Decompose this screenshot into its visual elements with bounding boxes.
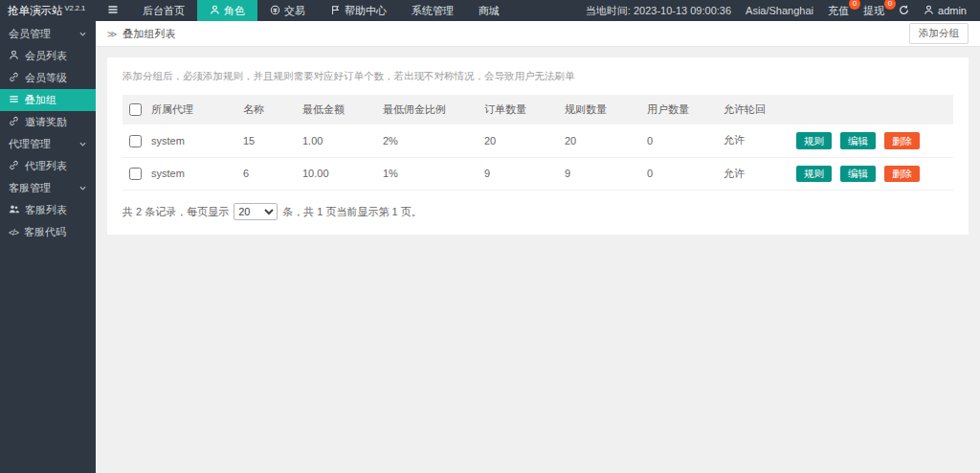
nav-label: 商城 xyxy=(479,4,500,18)
col-header-user-count: 用户数量 xyxy=(643,95,720,124)
breadcrumb-marker-icon: ≫ xyxy=(107,29,117,39)
select-all-checkbox[interactable] xyxy=(129,103,142,116)
page-title: 叠加组列表 xyxy=(122,27,175,41)
nav-item-help-center[interactable]: 帮助中心 xyxy=(318,0,399,21)
sidebar: 会员管理 会员列表 会员等级 叠加组 xyxy=(0,21,96,473)
app-window: 抢单演示站V2.2.1 后台首页 角色 交易 xyxy=(0,0,980,473)
brand-version: V2.2.1 xyxy=(65,4,86,12)
sidebar-item-member-level[interactable]: 会员等级 xyxy=(0,67,96,89)
sidebar-item-label: 叠加组 xyxy=(25,93,56,107)
cell-min-amount: 10.00 xyxy=(299,157,379,191)
nav-label: 后台首页 xyxy=(143,4,185,18)
sidebar-toggle-button[interactable] xyxy=(96,0,130,21)
col-header-allow-loop: 允许轮回 xyxy=(720,95,792,124)
timezone: Asia/Shanghai xyxy=(746,5,813,16)
notice-text: 添加分组后，必须添加规则，并且规则需要对应好订单个数，若出现不对称情况，会导致用… xyxy=(122,70,953,83)
sidebar-item-agent-list[interactable]: 代理列表 xyxy=(0,155,96,177)
nav-item-trade[interactable]: 交易 xyxy=(257,0,318,21)
sidebar-section-member-management[interactable]: 会员管理 xyxy=(0,23,96,45)
link-icon xyxy=(9,160,19,172)
page-size-select[interactable]: 20 xyxy=(234,203,278,220)
link-icon xyxy=(9,72,19,84)
delete-button[interactable]: 删除 xyxy=(884,166,920,183)
cell-name: 15 xyxy=(239,124,299,157)
sidebar-item-label: 会员等级 xyxy=(25,71,67,85)
delete-button[interactable]: 删除 xyxy=(884,132,920,149)
sidebar-item-member-list[interactable]: 会员列表 xyxy=(0,45,96,67)
person-icon xyxy=(9,50,19,62)
recharge-link[interactable]: 充值 0 xyxy=(828,4,849,18)
sidebar-item-label: 客服列表 xyxy=(25,203,67,217)
code-icon: </> xyxy=(9,228,18,237)
col-header-name: 名称 xyxy=(239,95,299,124)
breadcrumb-bar: ≫ 叠加组列表 添加分组 xyxy=(96,21,980,47)
edit-button[interactable]: 编辑 xyxy=(840,166,876,183)
pagination-suffix: 条，共 1 页当前显示第 1 页。 xyxy=(282,205,421,219)
table-header-row: 所属代理 名称 最低金额 最低佣金比例 订单数量 规则数量 用户数量 允许轮回 xyxy=(122,95,953,124)
sidebar-item-service-list[interactable]: 客服列表 xyxy=(0,199,96,221)
brand: 抢单演示站V2.2.1 xyxy=(0,0,96,21)
cell-rule-count: 20 xyxy=(561,124,643,157)
sidebar-item-invite-reward[interactable]: 邀请奖励 xyxy=(0,111,96,133)
brand-title: 抢单演示站 xyxy=(8,4,63,18)
withdraw-link[interactable]: 提现 0 xyxy=(863,4,884,18)
sidebar-section-agent-management[interactable]: 代理管理 xyxy=(0,133,96,155)
cell-min-commission: 1% xyxy=(379,157,480,191)
rule-button[interactable]: 规则 xyxy=(796,132,832,149)
withdraw-label: 提现 xyxy=(863,5,884,16)
sidebar-item-label: 客服代码 xyxy=(24,225,66,239)
table-row: system 6 10.00 1% 9 9 0 允许 规则 编辑 xyxy=(122,157,953,191)
nav-label: 帮助中心 xyxy=(345,4,387,18)
nav-item-dashboard[interactable]: 后台首页 xyxy=(130,0,197,21)
chevron-down-icon xyxy=(78,183,87,194)
nav-label: 系统管理 xyxy=(412,4,454,18)
cell-user-count: 0 xyxy=(643,157,720,191)
sidebar-item-label: 代理列表 xyxy=(25,159,67,173)
cell-actions: 规则 编辑 删除 xyxy=(792,124,953,157)
list-icon xyxy=(9,94,19,106)
topbar: 抢单演示站V2.2.1 后台首页 角色 交易 xyxy=(0,0,980,21)
hamburger-icon xyxy=(107,4,119,17)
person-icon xyxy=(210,5,220,17)
refresh-button[interactable] xyxy=(899,5,909,17)
chevron-down-icon xyxy=(78,29,87,40)
nav-item-roles[interactable]: 角色 xyxy=(197,0,257,21)
sidebar-item-label: 邀请奖励 xyxy=(25,115,67,129)
pagination: 共 2 条记录，每页显示 20 条，共 1 页当前显示第 1 页。 xyxy=(122,203,953,220)
withdraw-badge: 0 xyxy=(884,0,896,10)
cell-allow-loop: 允许 xyxy=(720,124,792,157)
cell-agent: system xyxy=(147,124,239,157)
user-icon xyxy=(924,5,934,17)
current-time: 当地时间: 2023-10-13 09:00:36 xyxy=(586,4,731,18)
cell-rule-count: 9 xyxy=(561,157,643,191)
col-header-actions xyxy=(792,95,953,124)
refresh-icon xyxy=(899,5,909,17)
nav-item-mall[interactable]: 商城 xyxy=(466,0,512,21)
sidebar-item-stack-group[interactable]: 叠加组 xyxy=(0,89,96,111)
sidebar-section-label: 客服管理 xyxy=(9,181,51,195)
cell-user-count: 0 xyxy=(643,124,720,157)
sidebar-section-service-management[interactable]: 客服管理 xyxy=(0,177,96,199)
flag-icon xyxy=(330,5,341,17)
add-group-button[interactable]: 添加分组 xyxy=(909,23,969,44)
link-icon xyxy=(9,116,19,128)
cell-allow-loop: 允许 xyxy=(720,157,792,191)
sidebar-item-service-code[interactable]: </> 客服代码 xyxy=(0,221,96,243)
user-menu[interactable]: admin xyxy=(924,5,967,17)
edit-button[interactable]: 编辑 xyxy=(840,132,876,149)
cell-order-count: 9 xyxy=(480,157,561,191)
pagination-prefix: 共 2 条记录，每页显示 xyxy=(122,205,229,219)
col-header-agent: 所属代理 xyxy=(147,95,239,124)
recharge-label: 充值 xyxy=(828,5,849,16)
row-checkbox[interactable] xyxy=(129,168,142,180)
list-card: 添加分组后，必须添加规则，并且规则需要对应好订单个数，若出现不对称情况，会导致用… xyxy=(107,57,969,235)
topbar-right: 当地时间: 2023-10-13 09:00:36 Asia/Shanghai … xyxy=(586,0,980,21)
nav-item-system[interactable]: 系统管理 xyxy=(399,0,466,21)
row-checkbox[interactable] xyxy=(129,135,142,147)
rule-button[interactable]: 规则 xyxy=(796,166,832,183)
people-icon xyxy=(9,204,19,216)
cell-agent: system xyxy=(147,157,239,191)
sidebar-section-label: 会员管理 xyxy=(9,27,51,41)
sidebar-section-label: 代理管理 xyxy=(9,137,51,151)
exchange-icon xyxy=(270,5,280,17)
